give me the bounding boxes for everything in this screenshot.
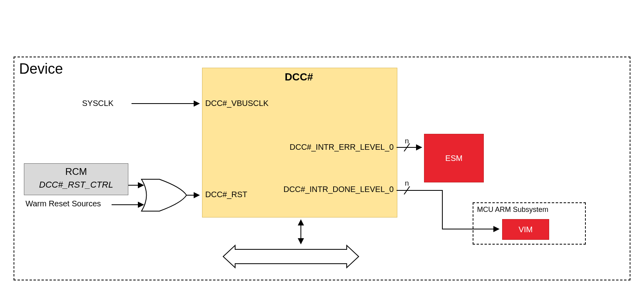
rcm-reg: DCC#_RST_CTRL [24,180,128,190]
esm-block: ESM [424,134,484,182]
device-title: Device [19,61,63,77]
dcc-title: DCC# [275,71,323,83]
rcm-block: RCM DCC#_RST_CTRL [24,163,128,195]
bus-width-err: n [405,137,409,145]
vim-label: VIM [518,225,533,234]
rcm-title: RCM [24,166,128,177]
dcc-port-vbusclk: DCC#_VBUSCLK [205,99,269,108]
vim-block: VIM [502,219,549,240]
bus-width-done: n [405,179,409,188]
dcc-port-intr-done: DCC#_INTR_DONE_LEVEL_0 [247,185,394,194]
interconnect-label: INFRA0 VBUSP Interconnect [238,251,342,261]
dcc-port-rst: DCC#_RST [205,190,247,199]
mcu-title: MCU ARM Subsystem [477,206,548,214]
esm-label: ESM [445,154,462,163]
dcc-port-intr-err: DCC#_INTR_ERR_LEVEL_0 [253,143,394,152]
signal-sysclk: SYSCLK [82,99,114,108]
signal-warm-reset: Warm Reset Sources [26,199,101,208]
